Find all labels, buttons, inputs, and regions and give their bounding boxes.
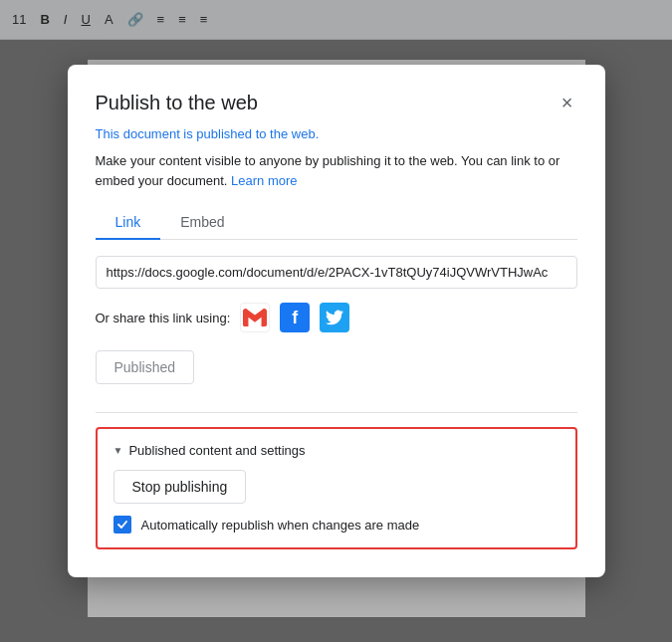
description: Make your content visible to anyone by p… (96, 151, 577, 190)
tabs: Link Embed (96, 206, 577, 240)
share-label: Or share this link using: (96, 311, 231, 325)
modal-title: Publish to the web (96, 92, 258, 114)
tab-link[interactable]: Link (96, 206, 161, 240)
published-button-area: Published (96, 350, 577, 400)
share-gmail-icon[interactable] (240, 303, 270, 332)
chevron-down-icon[interactable]: ▼ (113, 445, 123, 456)
share-twitter-icon[interactable] (320, 303, 349, 332)
auto-republish-row: Automatically republish when changes are… (113, 516, 560, 534)
section-title: Published content and settings (128, 443, 305, 458)
modal-overlay: Publish to the web × This document is pu… (0, 0, 672, 642)
tab-embed[interactable]: Embed (160, 206, 244, 240)
learn-more-link[interactable]: Learn more (231, 173, 297, 188)
published-status-button: Published (96, 350, 195, 384)
share-facebook-icon[interactable]: f (280, 303, 310, 332)
section-header: ▼ Published content and settings (113, 443, 560, 458)
url-input[interactable] (96, 256, 577, 289)
published-content-section: ▼ Published content and settings Stop pu… (96, 427, 577, 549)
stop-publishing-button[interactable]: Stop publishing (113, 470, 247, 504)
description-text: Make your content visible to anyone by p… (96, 153, 560, 188)
modal-header: Publish to the web × (96, 89, 577, 116)
published-notice: This document is published to the web. (96, 126, 577, 141)
auto-republish-label: Automatically republish when changes are… (141, 518, 420, 533)
close-button[interactable]: × (558, 89, 577, 116)
divider (96, 412, 577, 413)
share-row: Or share this link using: f (96, 303, 577, 332)
auto-republish-checkbox[interactable] (113, 516, 131, 534)
publish-modal: Publish to the web × This document is pu… (68, 65, 605, 577)
